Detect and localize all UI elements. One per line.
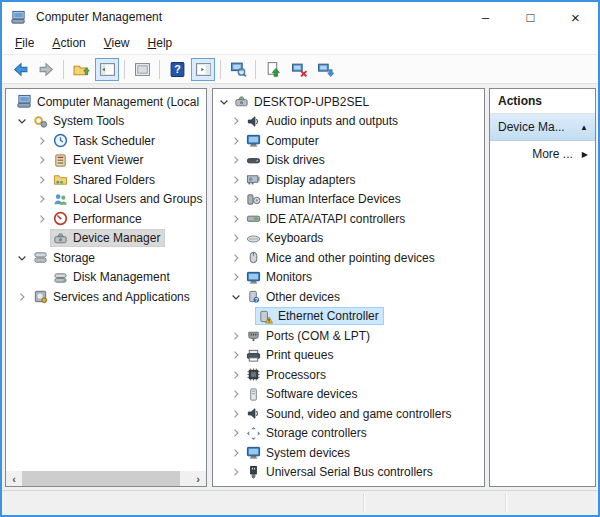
tree-item-ethernet-controller[interactable]: Ethernet Controller xyxy=(213,307,484,327)
tree-item-desktop-upb2sel[interactable]: DESKTOP-UPB2SEL xyxy=(213,92,484,112)
back-button[interactable] xyxy=(8,58,32,81)
mouse-icon xyxy=(245,250,261,266)
chevron-right-icon[interactable] xyxy=(229,446,243,460)
actions-section-label: Device Ma... xyxy=(498,120,565,134)
item-body: Audio inputs and outputs xyxy=(243,112,403,130)
chevron-right-icon[interactable] xyxy=(229,192,243,206)
software-device-icon xyxy=(245,386,261,402)
actions-section-device-manager[interactable]: Device Ma... ▲ xyxy=(490,114,595,141)
chevron-right-icon[interactable] xyxy=(34,212,50,226)
menu-help[interactable]: Help xyxy=(139,33,182,53)
tree-item-label: Software devices xyxy=(266,386,357,402)
scroll-right-button[interactable]: › xyxy=(190,471,206,486)
tree-item-event-viewer[interactable]: Event Viewer xyxy=(6,151,206,171)
tree-item-device-manager[interactable]: Device Manager xyxy=(6,229,206,249)
close-button[interactable]: × xyxy=(553,2,598,32)
item-body: System Tools xyxy=(30,112,129,130)
tree-item-human-interface-devices[interactable]: Human Interface Devices xyxy=(213,190,484,210)
horizontal-scrollbar[interactable]: ‹ › xyxy=(6,471,206,486)
uninstall-device-button[interactable] xyxy=(287,58,311,81)
chevron-right-icon[interactable] xyxy=(229,212,243,226)
tree-item-system-devices[interactable]: System devices xyxy=(213,443,484,463)
tree-item-print-queues[interactable]: Print queues xyxy=(213,346,484,366)
update-driver-button[interactable] xyxy=(261,58,285,81)
chevron-right-icon[interactable] xyxy=(229,465,243,479)
tree-item-sound-video-and-game-controllers[interactable]: Sound, video and game controllers xyxy=(213,404,484,424)
chevron-right-icon[interactable] xyxy=(229,251,243,265)
tree-item-disk-drives[interactable]: Disk drives xyxy=(213,151,484,171)
display-adapter-icon xyxy=(245,172,261,188)
more-actions-label: More ... xyxy=(532,147,573,161)
tree-item-processors[interactable]: Processors xyxy=(213,365,484,385)
tree-item-keyboards[interactable]: Keyboards xyxy=(213,229,484,249)
menu-view[interactable]: View xyxy=(95,33,139,53)
help-button[interactable]: ? xyxy=(165,58,189,81)
chevron-right-icon[interactable] xyxy=(229,231,243,245)
minimize-button[interactable]: – xyxy=(463,2,508,32)
chevron-right-icon[interactable] xyxy=(229,387,243,401)
chevron-right-icon[interactable] xyxy=(34,134,50,148)
menu-file[interactable]: File xyxy=(6,33,43,53)
computer-management-icon xyxy=(16,94,32,110)
chevron-right-icon[interactable] xyxy=(229,407,243,421)
tree-item-disk-management[interactable]: Disk Management xyxy=(6,268,206,288)
tree-item-storage[interactable]: Storage xyxy=(6,248,206,268)
tree-item-ide-ata-atapi-controllers[interactable]: IDE ATA/ATAPI controllers xyxy=(213,209,484,229)
chevron-right-icon[interactable] xyxy=(229,153,243,167)
tree-item-label: Mice and other pointing devices xyxy=(266,250,435,266)
tree-item-performance[interactable]: Performance xyxy=(6,209,206,229)
tree-item-task-scheduler[interactable]: Task Scheduler xyxy=(6,131,206,151)
chevron-right-icon[interactable] xyxy=(34,192,50,206)
tree-item-computer-management-local[interactable]: Computer Management (Local xyxy=(6,92,206,112)
properties-button[interactable] xyxy=(130,58,154,81)
tree-item-system-tools[interactable]: System Tools xyxy=(6,112,206,132)
chevron-down-icon[interactable] xyxy=(14,114,30,128)
chevron-right-icon[interactable] xyxy=(229,329,243,343)
tree-item-ports-com-lpt[interactable]: Ports (COM & LPT) xyxy=(213,326,484,346)
tree-item-mice-and-other-pointing-devices[interactable]: Mice and other pointing devices xyxy=(213,248,484,268)
tree-item-universal-serial-bus-controllers[interactable]: Universal Serial Bus controllers xyxy=(213,463,484,483)
tree-item-local-users-and-groups[interactable]: Local Users and Groups xyxy=(6,190,206,210)
workspace: Computer Management (LocalSystem ToolsTa… xyxy=(2,84,598,491)
tree-item-display-adapters[interactable]: Display adapters xyxy=(213,170,484,190)
chevron-right-icon[interactable] xyxy=(229,173,243,187)
tree-item-shared-folders[interactable]: Shared Folders xyxy=(6,170,206,190)
titlebar: Computer Management – □ × xyxy=(2,2,598,32)
scroll-left-button[interactable]: ‹ xyxy=(6,471,22,486)
show-action-pane-button[interactable] xyxy=(191,58,215,81)
chevron-right-icon[interactable] xyxy=(229,368,243,382)
chevron-right-icon[interactable] xyxy=(229,134,243,148)
tree-item-services-and-applications[interactable]: Services and Applications xyxy=(6,287,206,307)
local-users-icon xyxy=(52,191,68,207)
maximize-button[interactable]: □ xyxy=(508,2,553,32)
tree-item-audio-inputs-and-outputs[interactable]: Audio inputs and outputs xyxy=(213,112,484,132)
chevron-right-icon[interactable] xyxy=(229,348,243,362)
tree-item-label: Ports (COM & LPT) xyxy=(266,328,370,344)
services-icon xyxy=(32,289,48,305)
tree-item-monitors[interactable]: Monitors xyxy=(213,268,484,288)
tree-item-storage-controllers[interactable]: Storage controllers xyxy=(213,424,484,444)
item-body: Mice and other pointing devices xyxy=(243,249,440,267)
chevron-right-icon[interactable] xyxy=(14,290,30,304)
up-one-level-button[interactable] xyxy=(69,58,93,81)
chevron-right-icon[interactable] xyxy=(229,426,243,440)
chevron-down-icon[interactable] xyxy=(217,95,231,109)
tree-item-other-devices[interactable]: ?Other devices xyxy=(213,287,484,307)
chevron-down-icon[interactable] xyxy=(14,251,30,265)
disable-device-button[interactable] xyxy=(313,58,337,81)
menu-action[interactable]: Action xyxy=(43,33,94,53)
tree-item-computer[interactable]: Computer xyxy=(213,131,484,151)
forward-button[interactable] xyxy=(34,58,58,81)
chevron-right-icon[interactable] xyxy=(229,114,243,128)
tree-item-software-devices[interactable]: Software devices xyxy=(213,385,484,405)
show-console-tree-button[interactable] xyxy=(95,58,119,81)
chevron-right-icon[interactable] xyxy=(229,270,243,284)
tree-item-label: Universal Serial Bus controllers xyxy=(266,464,433,480)
more-actions-item[interactable]: More ... ▶ xyxy=(490,141,595,167)
scrollbar-thumb[interactable] xyxy=(22,471,180,486)
chevron-down-icon[interactable] xyxy=(229,290,243,304)
collapse-section-icon[interactable]: ▲ xyxy=(580,123,588,132)
scan-hardware-changes-button[interactable] xyxy=(226,58,250,81)
chevron-right-icon[interactable] xyxy=(34,173,50,187)
chevron-right-icon[interactable] xyxy=(34,153,50,167)
